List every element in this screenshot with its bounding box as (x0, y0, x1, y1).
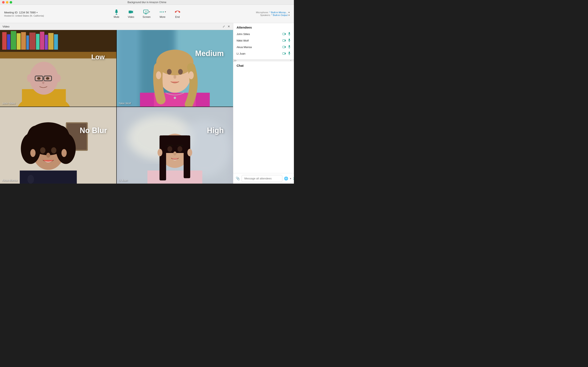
attendee-name-nikki: Nikki Wolf (237, 39, 249, 42)
main-content: Video ⤢ ✕ (0, 23, 294, 184)
svg-rect-19 (45, 35, 48, 50)
chat-title: Chat (233, 61, 294, 69)
video-name-john: John Stiles (2, 102, 16, 105)
svg-point-5 (161, 11, 162, 12)
send-icon[interactable]: ➤ (293, 176, 294, 181)
video-icon-john[interactable] (283, 33, 286, 36)
svg-rect-17 (36, 34, 40, 50)
video-tile-akua: No Blur Akua Mansa (0, 107, 116, 184)
svg-rect-40 (196, 93, 210, 107)
attendees-title: Attendees (237, 25, 291, 29)
end-call-icon (175, 9, 180, 15)
video-name-akua: Akua Mansa (2, 179, 17, 182)
globe-chevron-icon: ▾ (290, 177, 291, 180)
video-tile-lijuan: High Li Juan (117, 107, 233, 184)
svg-rect-10 (2, 32, 7, 50)
speakers-device-row[interactable]: Speakers: * Built-in Output ▾ (256, 14, 290, 17)
svg-rect-13 (17, 33, 21, 50)
video-icon-akua[interactable] (283, 46, 286, 49)
close-button[interactable] (2, 1, 5, 4)
svg-rect-21 (54, 34, 58, 50)
nikki-video-bg (117, 30, 233, 107)
mic-icon-john[interactable] (288, 32, 291, 36)
minimize-button[interactable] (6, 1, 8, 4)
svg-point-45 (173, 75, 176, 79)
video-panel-title: Video (2, 25, 9, 28)
video-name-lijuan: Li Juan (119, 179, 128, 182)
video-header-icons: ⤢ ✕ (222, 24, 230, 29)
more-button[interactable]: ▾ More (156, 8, 169, 20)
collapse-icon[interactable]: ≫ (233, 58, 237, 63)
svg-point-6 (163, 11, 164, 12)
attendee-name-akua: Akua Mansa (237, 46, 252, 49)
svg-rect-83 (289, 32, 290, 34)
svg-rect-11 (7, 34, 10, 50)
svg-rect-39 (140, 93, 154, 107)
blur-label-lijuan: High (207, 126, 224, 135)
svg-rect-2 (129, 10, 132, 13)
video-tile-nikki: Medium Nikki Wolf (117, 30, 233, 107)
meeting-id-value: 1234 56 7890 (19, 11, 36, 14)
svg-rect-86 (283, 40, 285, 41)
akua-video-bg (0, 107, 116, 184)
svg-point-59 (27, 125, 45, 148)
video-panel: Video ⤢ ✕ (0, 23, 233, 184)
svg-point-62 (51, 147, 57, 153)
svg-point-77 (167, 146, 172, 152)
mute-button[interactable]: Mute (110, 8, 123, 20)
microphone-chevron-icon: ▾ (288, 11, 290, 14)
mic-icon-nikki[interactable] (288, 39, 291, 42)
meeting-info: Meeting ID: 1234 56 7890 ▾ Hosted in: Un… (4, 11, 44, 17)
popout-icon[interactable]: ⤢ (222, 24, 226, 29)
close-video-icon[interactable]: ✕ (227, 24, 230, 29)
end-button[interactable]: End (171, 8, 184, 20)
blur-label-john: Low (91, 53, 105, 61)
microphone-label: Microphone: (256, 11, 269, 14)
toolbar: Meeting ID: 1234 56 7890 ▾ Hosted in: Un… (0, 5, 294, 23)
video-label: Video (128, 16, 134, 18)
attendee-row: Li Juan (237, 50, 291, 57)
video-header: Video ⤢ ✕ (0, 23, 233, 30)
speakers-value: * Built-in Output (271, 14, 288, 16)
svg-point-80 (158, 149, 162, 156)
meeting-hosted: Hosted in: United States (N. California) (4, 14, 44, 17)
svg-point-46 (156, 71, 161, 79)
svg-rect-94 (283, 52, 285, 54)
mute-icon (114, 9, 119, 15)
chat-section: Chat 📎 🌐 ▾ ➤ (233, 61, 294, 184)
attendee-icons-john (283, 32, 291, 36)
meeting-id-label: Meeting ID: (4, 11, 18, 14)
lijuan-video-bg (117, 107, 233, 184)
attendee-name-lijuan: Li Juan (237, 52, 245, 55)
globe-icon[interactable]: 🌐 (284, 176, 288, 180)
video-button[interactable]: Video (125, 8, 137, 20)
svg-rect-90 (283, 46, 285, 48)
screen-button[interactable]: ▾ Screen (139, 8, 154, 20)
maximize-button[interactable] (10, 1, 12, 4)
svg-point-81 (187, 149, 192, 156)
attendee-icons-akua (283, 45, 291, 49)
svg-rect-18 (40, 32, 44, 50)
attendee-icons-lijuan (283, 52, 291, 56)
svg-point-43 (167, 69, 171, 75)
video-name-nikki: Nikki Wolf (119, 102, 131, 105)
screen-icon (143, 9, 148, 15)
svg-point-78 (178, 146, 182, 152)
end-label: End (175, 16, 180, 18)
attendee-row: Akua Mansa (237, 44, 291, 50)
svg-point-31 (42, 81, 44, 84)
svg-point-48 (174, 97, 176, 99)
svg-rect-16 (29, 33, 35, 50)
svg-point-63 (46, 153, 50, 158)
mic-icon-lijuan[interactable] (288, 52, 291, 56)
attachment-icon[interactable]: 📎 (236, 176, 240, 180)
more-chevron-icon: ▾ (165, 10, 166, 13)
chat-input[interactable] (242, 175, 282, 182)
resize-handle[interactable]: ≫ ● (233, 60, 294, 61)
microphone-device-row[interactable]: Microphone: * Built-in Microp... ▾ (256, 11, 290, 14)
video-icon-lijuan[interactable] (283, 52, 286, 55)
attendees-section: Attendees John Stiles Nikki Wolf (233, 23, 294, 60)
mic-icon-akua[interactable] (288, 45, 291, 49)
meeting-id[interactable]: Meeting ID: 1234 56 7890 ▾ (4, 11, 44, 14)
video-icon-nikki[interactable] (283, 39, 286, 42)
